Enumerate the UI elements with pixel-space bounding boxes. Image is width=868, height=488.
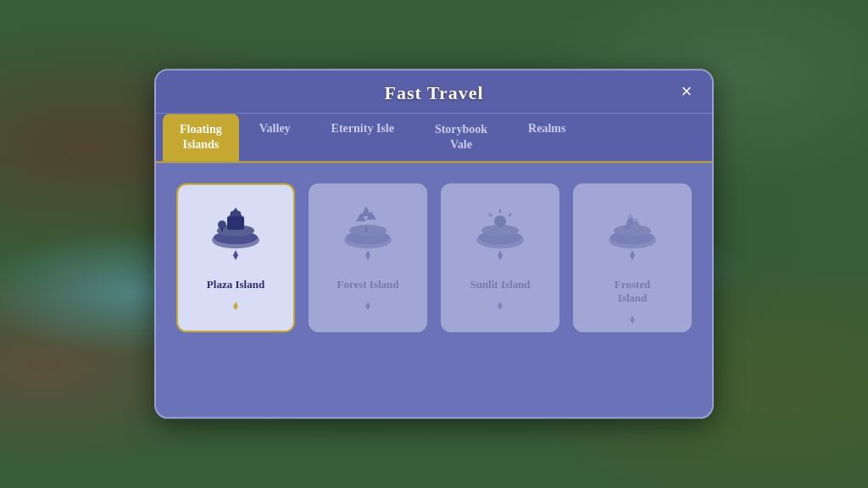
island-card-plaza[interactable]: Plaza Island <box>176 184 295 333</box>
svg-marker-9 <box>233 302 238 311</box>
tab-floating-islands[interactable]: FloatingIslands <box>163 114 239 161</box>
svg-marker-33 <box>627 214 634 219</box>
fast-travel-modal: Fast Travel × FloatingIslands Valley Ete… <box>154 69 714 419</box>
svg-marker-34 <box>632 219 639 222</box>
sunlit-island-name: Sunlit Island <box>470 279 530 292</box>
modal-footer <box>156 350 712 418</box>
sunlit-indicator <box>496 299 504 308</box>
frosted-island-icon <box>594 196 670 272</box>
svg-rect-16 <box>365 227 367 232</box>
svg-marker-35 <box>630 251 635 261</box>
svg-marker-36 <box>630 316 635 324</box>
island-grid: Plaza Island <box>176 184 692 333</box>
frosted-island-name: Frosted Island <box>615 279 650 306</box>
frosted-indicator <box>628 313 637 321</box>
modal-body: Plaza Island <box>156 164 712 350</box>
plaza-island-icon <box>198 196 274 272</box>
island-card-sunlit[interactable]: Sunlit Island <box>441 184 559 333</box>
svg-rect-7 <box>221 228 223 232</box>
plaza-indicator <box>231 299 240 308</box>
tab-valley[interactable]: Valley <box>239 114 311 161</box>
svg-marker-17 <box>365 251 370 261</box>
plaza-island-name: Plaza Island <box>207 279 264 292</box>
tab-eternity-isle[interactable]: Eternity Isle <box>311 114 415 161</box>
tab-realms[interactable]: Realms <box>508 114 586 161</box>
sunlit-island-icon <box>462 196 538 272</box>
tab-storybook-vale[interactable]: StorybookVale <box>415 114 508 161</box>
svg-line-25 <box>489 214 492 217</box>
forest-island-icon <box>330 196 406 272</box>
forest-indicator <box>364 299 372 308</box>
island-card-frosted[interactable]: Frosted Island <box>573 184 692 333</box>
island-card-forest[interactable]: Forest Island <box>309 184 427 333</box>
tabs-container: FloatingIslands Valley Eternity Isle Sto… <box>156 114 712 163</box>
svg-point-22 <box>494 216 506 228</box>
modal-title: Fast Travel <box>384 82 483 103</box>
svg-marker-8 <box>233 251 238 261</box>
svg-marker-26 <box>498 251 503 261</box>
forest-island-name: Forest Island <box>337 279 398 292</box>
svg-line-24 <box>509 214 511 217</box>
svg-point-12 <box>349 225 387 237</box>
svg-marker-27 <box>498 302 503 311</box>
close-button[interactable]: × <box>675 80 698 103</box>
modal-header: Fast Travel × <box>156 70 712 114</box>
svg-marker-18 <box>365 302 370 311</box>
